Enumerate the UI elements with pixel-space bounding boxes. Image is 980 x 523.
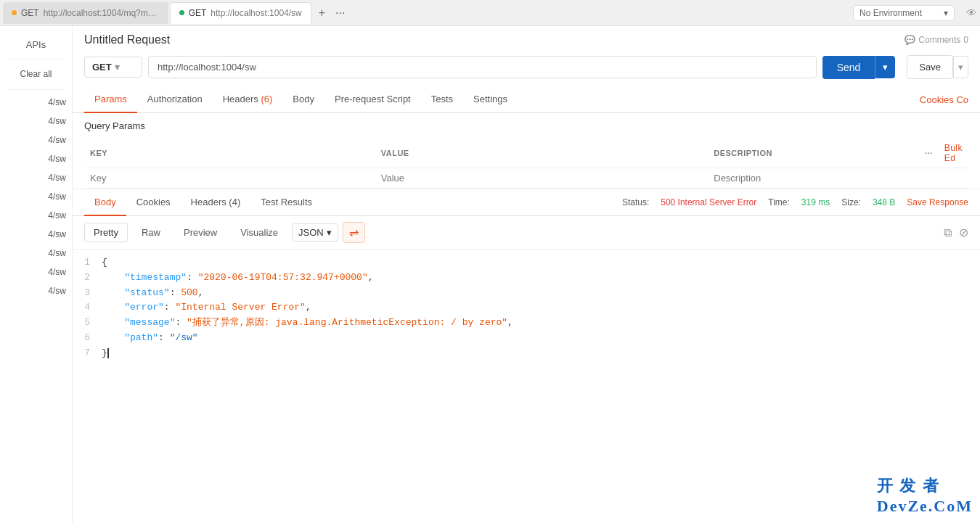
res-tab-body[interactable]: Body	[84, 189, 126, 216]
tab-params[interactable]: Params	[84, 86, 137, 113]
request-tabs: Params Authorization Headers (6) Body Pr…	[73, 86, 980, 113]
save-button[interactable]: Save	[907, 55, 953, 79]
code-line-2: 2 "timestamp": "2020-06-19T04:57:32.947+…	[73, 271, 980, 286]
tab-dot-2	[179, 10, 184, 15]
sidebar: APIs Clear all 4/sw 4/sw 4/sw 4/sw 4/sw …	[0, 26, 73, 523]
more-options-button[interactable]: ···	[919, 139, 939, 168]
comment-icon: 💬	[905, 35, 915, 45]
sidebar-item-6[interactable]: 4/sw	[0, 187, 72, 206]
tab-body[interactable]: Body	[282, 86, 324, 113]
code-line-1: 1 {	[73, 255, 980, 271]
code-line-6: 6 "path": "/sw"	[73, 331, 980, 346]
tab-actions: + ···	[316, 5, 348, 21]
sidebar-item-2[interactable]: 4/sw	[0, 112, 72, 131]
json-format-select[interactable]: JSON ▾	[292, 223, 338, 242]
response-tabs-bar: Body Cookies Headers (4) Test Results St…	[73, 189, 980, 216]
method-label: GET	[92, 62, 112, 73]
send-button[interactable]: Send	[822, 56, 875, 79]
size-value: 348 B	[873, 197, 895, 207]
code-line-4: 4 "error": "Internal Server Error",	[73, 300, 980, 316]
format-preview[interactable]: Preview	[174, 223, 226, 242]
comments-count: 0	[963, 35, 968, 45]
eye-icon[interactable]: 👁	[966, 7, 977, 19]
tab-bar: GET http://localhost:1004/mq?msg=... GET…	[0, 0, 980, 26]
time-value: 319 ms	[801, 197, 830, 207]
app-container: GET http://localhost:1004/mq?msg=... GET…	[0, 0, 980, 523]
tab-1[interactable]: GET http://localhost:1004/mq?msg=...	[3, 2, 168, 24]
key-input[interactable]	[90, 173, 369, 184]
sidebar-item-3[interactable]: 4/sw	[0, 131, 72, 149]
watermark-line2: DevZe.CoM	[877, 497, 973, 516]
format-raw[interactable]: Raw	[132, 223, 170, 242]
key-col-header: KEY	[84, 139, 375, 168]
wrap-button[interactable]: ⇌	[343, 222, 365, 243]
tab-2-method: GET	[189, 8, 207, 18]
tab-2[interactable]: GET http://localhost:1004/sw	[170, 2, 311, 24]
tab-1-method: GET	[21, 8, 39, 18]
query-params-section: Query Params KEY VALUE DESCRIPTION ··· B…	[73, 113, 980, 189]
size-label: Size:	[841, 197, 861, 207]
code-line-3: 3 "status": 500,	[73, 286, 980, 301]
response-section: Body Cookies Headers (4) Test Results St…	[73, 189, 980, 523]
env-dropdown[interactable]: No Environment ▾	[853, 5, 955, 21]
sidebar-apis-label[interactable]: APIs	[26, 33, 46, 56]
sidebar-item-11[interactable]: 4/sw	[0, 281, 72, 300]
request-header: Untitled Request 💬 Comments 0	[73, 26, 980, 51]
chevron-down-icon: ▾	[327, 227, 332, 238]
status-label: Status:	[622, 197, 649, 207]
sidebar-divider-top	[7, 59, 65, 59]
sidebar-item-4[interactable]: 4/sw	[0, 149, 72, 168]
env-selector: No Environment ▾ 👁	[853, 5, 977, 21]
format-visualize[interactable]: Visualize	[231, 223, 287, 242]
url-input[interactable]	[148, 56, 817, 78]
format-pretty[interactable]: Pretty	[84, 223, 128, 242]
desc-col-header: DESCRIPTION	[708, 139, 919, 168]
copy-button[interactable]: ⧉	[944, 226, 952, 239]
save-response-button[interactable]: Save Response	[907, 197, 968, 207]
tab-2-url: http://localhost:1004/sw	[211, 8, 301, 18]
sidebar-item-5[interactable]: 4/sw	[0, 168, 72, 187]
description-input[interactable]	[714, 173, 913, 184]
response-status-bar: Status: 500 Internal Server Error Time: …	[622, 197, 968, 207]
chevron-down-icon: ▾	[115, 62, 120, 73]
res-tab-headers[interactable]: Headers (4)	[181, 189, 251, 216]
tab-headers[interactable]: Headers (6)	[213, 86, 283, 113]
response-body: 1 { 2 "timestamp": "2020-06-19T04:57:32.…	[73, 250, 980, 523]
tab-settings[interactable]: Settings	[463, 86, 518, 113]
sidebar-item-1[interactable]: 4/sw	[0, 93, 72, 112]
sidebar-item-8[interactable]: 4/sw	[0, 225, 72, 244]
clear-response-button[interactable]: ⊘	[959, 226, 968, 239]
comments-button[interactable]: 💬 Comments 0	[905, 35, 968, 45]
value-col-header: VALUE	[375, 139, 709, 168]
tab-tests[interactable]: Tests	[421, 86, 463, 113]
tab-pre-request-script[interactable]: Pre-request Script	[324, 86, 421, 113]
response-toolbar: Pretty Raw Preview Visualize JSON ▾ ⇌ ⧉ …	[73, 216, 980, 250]
value-input[interactable]	[381, 173, 703, 184]
watermark: 开 发 者 DevZe.CoM	[877, 475, 973, 516]
tab-dot-1	[12, 10, 17, 15]
more-tabs-button[interactable]: ···	[332, 5, 348, 21]
sidebar-divider-bottom	[7, 89, 65, 90]
tab-1-url: http://localhost:1004/mq?msg=...	[44, 8, 160, 18]
params-table: KEY VALUE DESCRIPTION ··· Bulk Ed	[84, 139, 968, 189]
send-btn-group: Send ▾	[822, 56, 896, 79]
status-value: 500 Internal Server Error	[661, 197, 756, 207]
json-label: JSON	[298, 227, 324, 238]
tab-authorization[interactable]: Authorization	[137, 86, 213, 113]
sidebar-item-10[interactable]: 4/sw	[0, 263, 72, 281]
send-dropdown-button[interactable]: ▾	[875, 56, 895, 78]
method-select[interactable]: GET ▾	[84, 57, 142, 78]
res-tab-cookies[interactable]: Cookies	[126, 189, 181, 216]
sidebar-item-7[interactable]: 4/sw	[0, 206, 72, 225]
comments-label: Comments	[918, 35, 960, 45]
add-tab-button[interactable]: +	[316, 5, 328, 21]
save-dropdown-icon[interactable]: ▾	[953, 56, 968, 78]
env-label: No Environment	[859, 8, 922, 18]
watermark-line1: 开 发 者	[877, 475, 973, 497]
res-tab-test-results[interactable]: Test Results	[250, 189, 322, 216]
bulk-edit-header[interactable]: Bulk Ed	[939, 139, 968, 168]
cookies-tab[interactable]: Cookies Co	[920, 94, 968, 105]
param-row-empty	[84, 168, 968, 189]
clear-all-button[interactable]: Clear all	[20, 62, 52, 86]
sidebar-item-9[interactable]: 4/sw	[0, 244, 72, 263]
